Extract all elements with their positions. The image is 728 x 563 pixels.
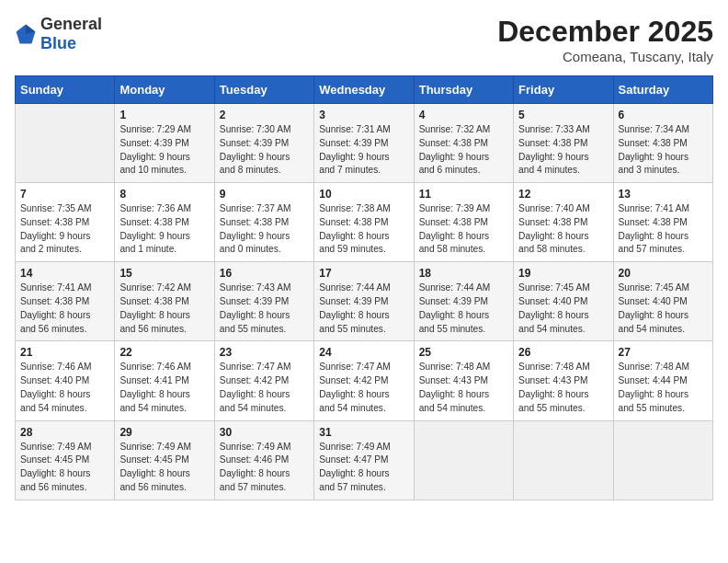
calendar-cell: 16Sunrise: 7:43 AM Sunset: 4:39 PM Dayli… bbox=[214, 262, 313, 341]
calendar-cell: 13Sunrise: 7:41 AM Sunset: 4:38 PM Dayli… bbox=[613, 183, 712, 262]
header-friday: Friday bbox=[514, 76, 613, 104]
cell-info: Sunrise: 7:43 AM Sunset: 4:39 PM Dayligh… bbox=[220, 282, 309, 336]
day-number: 20 bbox=[619, 267, 708, 280]
calendar-cell: 20Sunrise: 7:45 AM Sunset: 4:40 PM Dayli… bbox=[613, 262, 712, 341]
week-row-2: 7Sunrise: 7:35 AM Sunset: 4:38 PM Daylig… bbox=[16, 183, 713, 262]
header-saturday: Saturday bbox=[613, 76, 712, 104]
page-title: December 2025 bbox=[497, 15, 713, 49]
cell-info: Sunrise: 7:34 AM Sunset: 4:38 PM Dayligh… bbox=[619, 123, 708, 178]
day-number: 28 bbox=[20, 426, 109, 439]
cell-info: Sunrise: 7:44 AM Sunset: 4:39 PM Dayligh… bbox=[319, 282, 408, 336]
calendar-cell bbox=[613, 420, 712, 500]
week-row-4: 21Sunrise: 7:46 AM Sunset: 4:40 PM Dayli… bbox=[16, 341, 713, 420]
cell-info: Sunrise: 7:38 AM Sunset: 4:38 PM Dayligh… bbox=[319, 202, 408, 257]
cell-info: Sunrise: 7:41 AM Sunset: 4:38 PM Dayligh… bbox=[20, 282, 109, 336]
cell-info: Sunrise: 7:45 AM Sunset: 4:40 PM Dayligh… bbox=[518, 282, 608, 336]
day-number: 27 bbox=[619, 346, 708, 359]
header-thursday: Thursday bbox=[414, 76, 513, 104]
day-number: 19 bbox=[518, 267, 608, 280]
week-row-1: 1Sunrise: 7:29 AM Sunset: 4:39 PM Daylig… bbox=[16, 104, 713, 183]
cell-info: Sunrise: 7:45 AM Sunset: 4:40 PM Dayligh… bbox=[619, 282, 708, 336]
day-number: 18 bbox=[419, 267, 508, 280]
logo-blue: Blue bbox=[40, 34, 76, 52]
calendar-cell: 12Sunrise: 7:40 AM Sunset: 4:38 PM Dayli… bbox=[514, 183, 613, 262]
cell-info: Sunrise: 7:41 AM Sunset: 4:38 PM Dayligh… bbox=[619, 202, 708, 257]
calendar-cell: 26Sunrise: 7:48 AM Sunset: 4:43 PM Dayli… bbox=[514, 341, 613, 420]
calendar-cell: 22Sunrise: 7:46 AM Sunset: 4:41 PM Dayli… bbox=[115, 341, 214, 420]
calendar-table: SundayMondayTuesdayWednesdayThursdayFrid… bbox=[15, 75, 713, 500]
day-number: 6 bbox=[619, 109, 708, 121]
calendar-cell: 19Sunrise: 7:45 AM Sunset: 4:40 PM Dayli… bbox=[514, 262, 613, 341]
cell-info: Sunrise: 7:29 AM Sunset: 4:39 PM Dayligh… bbox=[119, 123, 209, 178]
calendar-cell: 6Sunrise: 7:34 AM Sunset: 4:38 PM Daylig… bbox=[613, 104, 712, 183]
header-sunday: Sunday bbox=[16, 76, 115, 104]
calendar-cell bbox=[414, 420, 513, 500]
calendar-cell: 8Sunrise: 7:36 AM Sunset: 4:38 PM Daylig… bbox=[115, 183, 214, 262]
calendar-cell: 4Sunrise: 7:32 AM Sunset: 4:38 PM Daylig… bbox=[414, 104, 513, 183]
day-number: 1 bbox=[119, 109, 209, 121]
calendar-cell: 24Sunrise: 7:47 AM Sunset: 4:42 PM Dayli… bbox=[314, 341, 414, 420]
calendar-cell: 31Sunrise: 7:49 AM Sunset: 4:47 PM Dayli… bbox=[314, 420, 414, 500]
cell-info: Sunrise: 7:44 AM Sunset: 4:39 PM Dayligh… bbox=[419, 282, 508, 336]
title-block: December 2025 Comeana, Tuscany, Italy bbox=[497, 15, 713, 64]
cell-info: Sunrise: 7:48 AM Sunset: 4:44 PM Dayligh… bbox=[619, 361, 708, 415]
header-monday: Monday bbox=[115, 76, 214, 104]
cell-info: Sunrise: 7:48 AM Sunset: 4:43 PM Dayligh… bbox=[419, 361, 508, 415]
page-header: General Blue December 2025 Comeana, Tusc… bbox=[15, 15, 713, 64]
cell-info: Sunrise: 7:49 AM Sunset: 4:47 PM Dayligh… bbox=[319, 441, 408, 495]
cell-info: Sunrise: 7:49 AM Sunset: 4:45 PM Dayligh… bbox=[119, 441, 209, 495]
day-number: 15 bbox=[119, 267, 209, 280]
calendar-header-row: SundayMondayTuesdayWednesdayThursdayFrid… bbox=[16, 76, 713, 104]
header-wednesday: Wednesday bbox=[314, 76, 414, 104]
cell-info: Sunrise: 7:39 AM Sunset: 4:38 PM Dayligh… bbox=[419, 202, 508, 257]
day-number: 10 bbox=[319, 188, 408, 201]
calendar-cell: 27Sunrise: 7:48 AM Sunset: 4:44 PM Dayli… bbox=[613, 341, 712, 420]
day-number: 24 bbox=[319, 346, 408, 359]
cell-info: Sunrise: 7:37 AM Sunset: 4:38 PM Dayligh… bbox=[220, 202, 309, 257]
cell-info: Sunrise: 7:31 AM Sunset: 4:39 PM Dayligh… bbox=[319, 123, 408, 178]
calendar-cell: 3Sunrise: 7:31 AM Sunset: 4:39 PM Daylig… bbox=[314, 104, 414, 183]
cell-info: Sunrise: 7:40 AM Sunset: 4:38 PM Dayligh… bbox=[518, 202, 608, 257]
calendar-cell: 23Sunrise: 7:47 AM Sunset: 4:42 PM Dayli… bbox=[214, 341, 313, 420]
calendar-cell: 21Sunrise: 7:46 AM Sunset: 4:40 PM Dayli… bbox=[16, 341, 115, 420]
page-subtitle: Comeana, Tuscany, Italy bbox=[497, 49, 713, 64]
cell-info: Sunrise: 7:49 AM Sunset: 4:45 PM Dayligh… bbox=[20, 441, 109, 495]
calendar-cell bbox=[16, 104, 115, 183]
calendar-cell: 9Sunrise: 7:37 AM Sunset: 4:38 PM Daylig… bbox=[214, 183, 313, 262]
cell-info: Sunrise: 7:46 AM Sunset: 4:41 PM Dayligh… bbox=[119, 361, 209, 415]
logo: General Blue bbox=[15, 15, 102, 53]
day-number: 23 bbox=[220, 346, 309, 359]
cell-info: Sunrise: 7:49 AM Sunset: 4:46 PM Dayligh… bbox=[220, 441, 309, 495]
calendar-cell: 30Sunrise: 7:49 AM Sunset: 4:46 PM Dayli… bbox=[214, 420, 313, 500]
day-number: 12 bbox=[518, 188, 608, 201]
cell-info: Sunrise: 7:32 AM Sunset: 4:38 PM Dayligh… bbox=[419, 123, 508, 178]
calendar-cell: 25Sunrise: 7:48 AM Sunset: 4:43 PM Dayli… bbox=[414, 341, 513, 420]
day-number: 25 bbox=[419, 346, 508, 359]
calendar-cell: 18Sunrise: 7:44 AM Sunset: 4:39 PM Dayli… bbox=[414, 262, 513, 341]
cell-info: Sunrise: 7:35 AM Sunset: 4:38 PM Dayligh… bbox=[20, 202, 109, 257]
cell-info: Sunrise: 7:33 AM Sunset: 4:38 PM Dayligh… bbox=[518, 123, 608, 178]
logo-icon bbox=[15, 23, 37, 45]
calendar-cell: 7Sunrise: 7:35 AM Sunset: 4:38 PM Daylig… bbox=[16, 183, 115, 262]
day-number: 7 bbox=[20, 188, 109, 201]
day-number: 3 bbox=[319, 109, 408, 121]
calendar-cell: 10Sunrise: 7:38 AM Sunset: 4:38 PM Dayli… bbox=[314, 183, 414, 262]
day-number: 4 bbox=[419, 109, 508, 121]
cell-info: Sunrise: 7:46 AM Sunset: 4:40 PM Dayligh… bbox=[20, 361, 109, 415]
calendar-cell: 17Sunrise: 7:44 AM Sunset: 4:39 PM Dayli… bbox=[314, 262, 414, 341]
day-number: 11 bbox=[419, 188, 508, 201]
header-tuesday: Tuesday bbox=[214, 76, 313, 104]
day-number: 17 bbox=[319, 267, 408, 280]
day-number: 29 bbox=[119, 426, 209, 439]
cell-info: Sunrise: 7:30 AM Sunset: 4:39 PM Dayligh… bbox=[220, 123, 309, 178]
day-number: 21 bbox=[20, 346, 109, 359]
cell-info: Sunrise: 7:42 AM Sunset: 4:38 PM Dayligh… bbox=[119, 282, 209, 336]
day-number: 14 bbox=[20, 267, 109, 280]
cell-info: Sunrise: 7:47 AM Sunset: 4:42 PM Dayligh… bbox=[319, 361, 408, 415]
calendar-cell: 11Sunrise: 7:39 AM Sunset: 4:38 PM Dayli… bbox=[414, 183, 513, 262]
day-number: 22 bbox=[119, 346, 209, 359]
day-number: 30 bbox=[220, 426, 309, 439]
week-row-3: 14Sunrise: 7:41 AM Sunset: 4:38 PM Dayli… bbox=[16, 262, 713, 341]
week-row-5: 28Sunrise: 7:49 AM Sunset: 4:45 PM Dayli… bbox=[16, 420, 713, 500]
calendar-cell: 1Sunrise: 7:29 AM Sunset: 4:39 PM Daylig… bbox=[115, 104, 214, 183]
